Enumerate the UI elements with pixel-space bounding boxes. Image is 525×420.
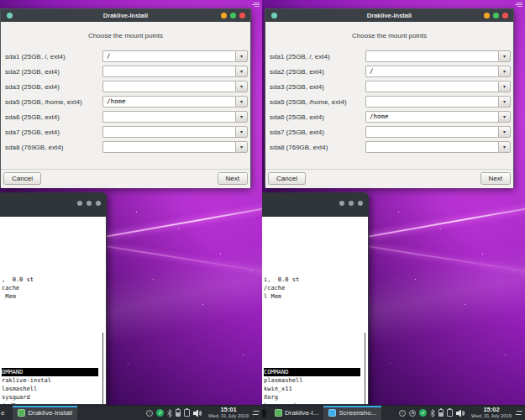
mount-point-value[interactable] [365,50,498,62]
close-button[interactable] [239,13,245,18]
partition-label: sda1 (25GB, /, ext4) [5,53,66,60]
mount-point-combobox[interactable]: / ▾ [102,50,248,62]
mount-point-combobox[interactable]: ▾ [102,126,248,138]
dropdown-button[interactable]: ▾ [235,81,248,92]
mount-point-value[interactable] [365,81,498,92]
terminal-close-button[interactable] [358,201,363,206]
dropdown-button[interactable]: ▾ [498,111,511,123]
dropdown-button[interactable]: ▾ [498,50,511,62]
mount-point-combobox[interactable]: ▾ [102,81,248,92]
mount-point-combobox[interactable]: ▾ [365,126,511,138]
battery-icon[interactable] [438,409,444,417]
minimize-button[interactable] [221,13,227,18]
dropdown-button[interactable]: ▾ [235,66,248,77]
next-button[interactable]: Next [480,172,511,185]
mount-point-combobox[interactable]: ▾ [365,50,511,62]
mount-point-value[interactable] [365,96,498,108]
close-button[interactable] [502,13,508,18]
dropdown-button[interactable]: ▾ [235,96,248,108]
terminal-minimize-button[interactable] [339,201,344,206]
cancel-button[interactable]: Cancel [268,172,306,185]
mount-point-value[interactable]: /home [102,96,235,108]
panel-expander-icon[interactable] [251,410,261,417]
mount-point-combobox[interactable]: /home ▾ [365,111,511,123]
notifications-icon[interactable] [146,410,153,417]
terminal-titlebar[interactable] [262,192,369,217]
minimize-button[interactable] [484,13,490,18]
partition-label: sda7 (25GB, ext4) [5,129,60,136]
mount-point-value[interactable] [102,81,235,92]
clock-date: Wed, 31 July 2019 [208,413,249,419]
mount-point-value[interactable] [102,141,235,153]
mount-point-value[interactable] [365,126,498,138]
terminal-close-button[interactable] [96,201,101,206]
mount-point-value[interactable]: / [365,66,498,77]
terminal-scrollbar[interactable] [102,333,103,405]
dropdown-button[interactable]: ▾ [235,50,248,62]
window-title: Draklive-Install [367,12,412,19]
partition-label: sda2 (25GB, ext4) [270,68,324,76]
terminal-maximize-button[interactable] [349,201,354,206]
cancel-button[interactable]: Cancel [3,172,41,185]
next-button[interactable]: Next [218,172,248,185]
mount-point-value[interactable]: /home [365,111,498,123]
mount-point-combobox[interactable]: ▾ [102,111,248,123]
clipboard-icon[interactable] [184,409,190,417]
window-menu-button[interactable] [271,13,277,18]
desktop-toolbox-icon[interactable] [252,2,260,7]
task-icon [275,409,282,417]
chevron-down-icon: ▾ [240,99,243,104]
mount-point-combobox[interactable]: ▾ [365,96,511,108]
mount-point-value[interactable] [365,141,498,153]
volume-icon[interactable] [456,409,465,417]
taskbar-task[interactable]: Draklive-Install [13,406,76,420]
bluetooth-icon[interactable] [430,409,435,417]
mount-point-value[interactable] [102,111,235,123]
terminal-minimize-button[interactable] [77,201,82,206]
terminal-scrollbar[interactable] [365,333,365,405]
mount-point-combobox[interactable]: /home ▾ [102,96,248,108]
mount-point-combobox[interactable]: ▾ [102,66,248,77]
taskbar-task[interactable]: Draklive-I... [270,406,323,420]
mount-point-value[interactable]: / [102,50,235,62]
window-titlebar[interactable]: Draklive-Install [1,9,250,22]
dropdown-button[interactable]: ▾ [498,66,511,77]
volume-icon[interactable] [193,409,202,417]
notifications-icon[interactable] [399,410,406,417]
dropdown-button[interactable]: ▾ [235,141,248,153]
updates-ok-icon[interactable] [419,409,427,417]
mount-point-combobox[interactable]: / ▾ [365,66,511,77]
terminal-line: OMMAND [2,368,98,376]
window-titlebar[interactable]: Draklive-Install [265,9,513,22]
updates-ok-icon[interactable] [156,409,164,417]
dropdown-button[interactable]: ▾ [235,126,248,138]
window-menu-button[interactable] [7,13,13,18]
dropdown-button[interactable]: ▾ [498,81,511,92]
chevron-down-icon: ▾ [503,129,506,134]
dropdown-button[interactable]: ▾ [498,141,511,153]
terminal-window: , 0.0 stcache Mem OMMANDraklive-installa… [0,192,107,405]
bluetooth-icon[interactable] [167,409,172,417]
mount-row: sda8 (769GB, ext4) ▾ [1,139,250,155]
battery-icon[interactable] [176,409,181,417]
dropdown-button[interactable]: ▾ [498,96,511,108]
window-title: Draklive-Install [103,12,148,19]
terminal-maximize-button[interactable] [87,201,92,206]
maximize-button[interactable] [493,13,499,18]
desktop-toolbox-icon[interactable] [515,2,522,7]
dropdown-button[interactable]: ▾ [498,126,511,138]
terminal-titlebar[interactable] [0,192,107,217]
clock[interactable]: 15:02 Wed, 31 July 2019 [471,407,512,419]
clock[interactable]: 15:01 Wed, 31 July 2019 [208,407,249,419]
mount-point-combobox[interactable]: ▾ [365,81,511,92]
mount-point-value[interactable] [102,126,235,138]
taskbar-task[interactable]: Screensho... [323,406,381,420]
screen-record-icon[interactable] [409,410,416,417]
maximize-button[interactable] [230,13,236,18]
panel-expander-icon[interactable] [514,410,524,417]
mount-point-combobox[interactable]: ▾ [365,141,511,153]
mount-point-value[interactable] [102,66,235,77]
clipboard-icon[interactable] [447,409,453,417]
dropdown-button[interactable]: ▾ [235,111,248,123]
mount-point-combobox[interactable]: ▾ [102,141,248,153]
